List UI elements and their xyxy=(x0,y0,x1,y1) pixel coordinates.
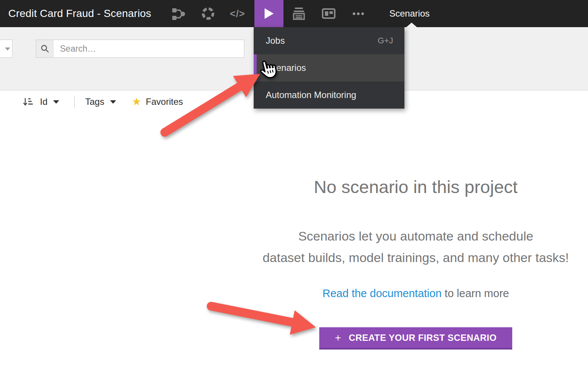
play-icon xyxy=(264,8,274,19)
create-first-scenario-button[interactable]: + CREATE YOUR FIRST SCENARIO xyxy=(319,327,513,350)
empty-state: No scenario in this project Scenarios le… xyxy=(190,177,588,350)
search-icon xyxy=(40,44,49,53)
favorites-star-icon[interactable]: ★ xyxy=(132,97,141,107)
menu-item-label: Automation Monitoring xyxy=(266,90,356,100)
divider xyxy=(74,95,75,108)
favorites-filter-label[interactable]: Favorites xyxy=(146,97,183,107)
top-navbar: Credit Card Fraud - Scenarios </> xyxy=(0,0,588,27)
description-line-1: Scenarios let you automate and schedule xyxy=(190,225,588,247)
sort-field-label[interactable]: Id xyxy=(40,97,47,107)
menu-item-shortcut: G+J xyxy=(378,36,393,46)
documentation-link[interactable]: Read the documentation xyxy=(323,287,442,299)
sort-icon[interactable] xyxy=(23,97,33,107)
sort-caret-icon[interactable] xyxy=(53,100,59,104)
play-dropdown-menu: Jobs G+J Scenarios Automation Monitoring xyxy=(254,27,404,109)
code-icon[interactable]: </> xyxy=(229,0,246,27)
active-indicator xyxy=(254,54,257,81)
search-box xyxy=(36,40,244,58)
printer-icon[interactable] xyxy=(291,0,307,27)
documentation-link-suffix: to learn more xyxy=(442,287,509,299)
more-glyph: ••• xyxy=(352,8,365,19)
search-input[interactable] xyxy=(54,40,244,57)
plus-icon: + xyxy=(335,332,341,344)
filter-row: Id Tags ★ Favorites xyxy=(23,93,183,110)
tags-caret-icon[interactable] xyxy=(110,100,116,104)
tags-filter-label[interactable]: Tags xyxy=(85,97,104,107)
chevron-down-icon xyxy=(5,48,10,51)
menu-item-jobs[interactable]: Jobs G+J xyxy=(254,27,404,54)
search-icon-segment xyxy=(36,40,54,57)
play-menu-button[interactable] xyxy=(254,0,283,27)
menu-item-label: Scenarios xyxy=(266,63,306,73)
view-dropdown-button[interactable] xyxy=(0,40,12,58)
ring-icon[interactable] xyxy=(200,0,216,27)
menu-item-automation-monitoring[interactable]: Automation Monitoring xyxy=(254,81,404,109)
menu-item-scenarios[interactable]: Scenarios xyxy=(254,54,404,81)
menu-item-label: Jobs xyxy=(266,35,285,46)
more-options-icon[interactable]: ••• xyxy=(351,0,367,27)
flow-icon[interactable] xyxy=(170,0,187,27)
description-line-2: dataset builds, model trainings, and man… xyxy=(190,247,588,268)
empty-state-title: No scenario in this project xyxy=(190,177,588,197)
dashboard-icon[interactable] xyxy=(320,0,337,27)
empty-state-description: Scenarios let you automate and schedule … xyxy=(190,225,588,268)
code-glyph: </> xyxy=(230,8,245,20)
documentation-line: Read the documentation to learn more xyxy=(190,287,588,300)
project-title: Credit Card Fraud - Scenarios xyxy=(8,0,151,27)
current-section-beak xyxy=(406,23,417,27)
create-first-scenario-label: CREATE YOUR FIRST SCENARIO xyxy=(349,333,496,343)
